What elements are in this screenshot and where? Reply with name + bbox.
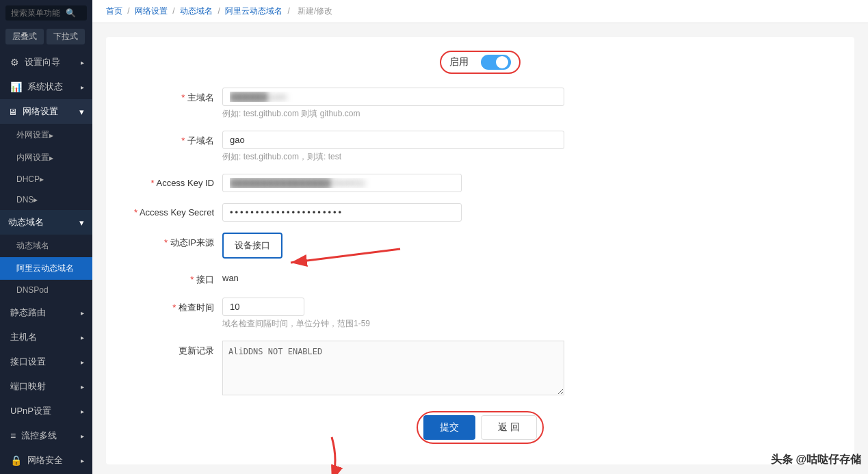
access-key-id-field	[222, 174, 827, 192]
sidebar-item-upnp[interactable]: UPnP设置 ▸	[0, 399, 92, 423]
interface-value: wan	[222, 269, 827, 287]
sidebar-sub-item-aliyun-ddns[interactable]: 阿里云动态域名	[0, 257, 92, 280]
sidebar-item-label: 网络安全	[27, 454, 63, 466]
subdomain-input[interactable]	[222, 131, 564, 149]
chevron-icon: ▾	[79, 107, 84, 117]
sidebar-item-port-mapping[interactable]: 端口映射 ▸	[0, 374, 92, 399]
sidebar-sub-item-dns[interactable]: DNS ▸	[0, 189, 92, 210]
sidebar-item-label: 动态域名	[8, 216, 44, 228]
update-log-field: AliDDNS NOT ENABLED	[222, 341, 827, 397]
ip-source-box[interactable]: 设备接口	[222, 233, 282, 259]
sidebar-item-label: UPnP设置	[10, 405, 51, 417]
status-icon: 📊	[10, 81, 22, 92]
sidebar-sub-item-ddns[interactable]: 动态域名	[0, 235, 92, 257]
dropdown-view-button[interactable]: 下拉式	[47, 29, 85, 44]
setup-icon: ⚙	[10, 57, 19, 68]
sidebar-sub-item-dnspod[interactable]: DNSPod	[0, 280, 92, 300]
sidebar-item-label: 网络设置	[23, 105, 58, 118]
search-bar[interactable]: 🔍	[5, 5, 87, 21]
access-key-secret-row: Access Key Secret	[133, 203, 827, 222]
sidebar-item-system-status[interactable]: 📊 系统状态 ▸	[0, 75, 92, 99]
domain-input[interactable]	[222, 88, 564, 106]
sidebar-item-interface[interactable]: 接口设置 ▸	[0, 350, 92, 374]
breadcrumb-aliyun-ddns[interactable]: 阿里云动态域名	[225, 6, 282, 16]
form-container: 启用 主域名 例如: test.github.com 则填 github.com…	[92, 23, 868, 474]
sidebar-item-static-routing[interactable]: 静态路由 ▸	[0, 300, 92, 325]
sidebar-item-hostname[interactable]: 主机名 ▸	[0, 325, 92, 350]
update-log-row: 更新记录 AliDDNS NOT ENABLED	[133, 341, 827, 397]
ip-source-label: 动态IP来源	[133, 233, 222, 249]
sidebar-sub-item-wan[interactable]: 外网设置 ▸	[0, 124, 92, 146]
network-icon: 🖥	[8, 107, 17, 117]
sidebar-item-qos[interactable]: ≡ 流控多线 ▸	[0, 423, 92, 448]
sidebar-sub-item-label: DHCP	[16, 174, 40, 184]
security-icon: 🔒	[10, 455, 22, 466]
access-key-id-row: Access Key ID	[133, 174, 827, 192]
access-key-secret-input[interactable]	[222, 203, 462, 222]
breadcrumb-ddns[interactable]: 动态域名	[180, 6, 213, 16]
interval-input[interactable]	[222, 298, 304, 316]
domain-field: 例如: test.github.com 则填 github.com	[222, 88, 827, 120]
sidebar-item-network-security[interactable]: 🔒 网络安全 ▸	[0, 448, 92, 473]
sidebar-item-network-settings[interactable]: 🖥 网络设置 ▾	[0, 99, 92, 124]
subdomain-field: 例如: test.github.com，则填: test	[222, 131, 827, 163]
watermark: 头条 @咕哒仔存储	[771, 453, 861, 467]
sidebar-sub-item-label: 内网设置	[16, 152, 49, 163]
chevron-icon: ▸	[49, 131, 53, 140]
subdomain-label: 子域名	[133, 131, 222, 147]
interface-row: 接口 wan	[133, 269, 827, 287]
enable-toggle[interactable]	[481, 55, 511, 70]
qos-icon: ≡	[10, 430, 16, 441]
submit-highlight: 提交 返 回	[417, 411, 544, 444]
domain-hint: 例如: test.github.com 则填 github.com	[222, 108, 827, 120]
access-key-secret-field	[222, 203, 827, 222]
chevron-icon: ▸	[81, 457, 84, 464]
chevron-icon: ▸	[81, 432, 84, 440]
enable-highlight: 启用	[440, 51, 521, 74]
sidebar-item-label: 接口设置	[10, 356, 46, 368]
breadcrumb-network[interactable]: 网络设置	[135, 6, 168, 16]
breadcrumb-home[interactable]: 首页	[106, 6, 122, 16]
access-key-id-label: Access Key ID	[133, 174, 222, 188]
main-content: 首页 / 网络设置 / 动态域名 / 阿里云动态域名 / 新建/修改 启用	[92, 0, 868, 474]
cancel-button[interactable]: 返 回	[481, 415, 537, 440]
chevron-icon: ▸	[81, 59, 84, 66]
access-key-secret-label: Access Key Secret	[133, 203, 222, 218]
ip-source-value: 设备接口	[235, 239, 270, 252]
sidebar: 🔍 层叠式 下拉式 ⚙ 设置向导 ▸ 📊 系统状态 ▸ 🖥 网络设置 ▾ 外网设…	[0, 0, 92, 474]
chevron-icon: ▸	[81, 408, 84, 415]
chevron-icon: ▸	[81, 83, 84, 91]
sidebar-sub-item-lan[interactable]: 内网设置 ▸	[0, 146, 92, 169]
view-toggle: 层叠式 下拉式	[0, 26, 92, 50]
breadcrumb: 首页 / 网络设置 / 动态域名 / 阿里云动态域名 / 新建/修改	[92, 0, 868, 23]
toggle-slider	[481, 55, 511, 70]
submit-button[interactable]: 提交	[423, 415, 475, 440]
sidebar-item-label: 主机名	[10, 331, 37, 343]
submit-row: 提交 返 回	[133, 411, 827, 444]
enable-row: 启用	[133, 51, 827, 74]
search-input[interactable]	[11, 8, 66, 18]
sidebar-sub-item-label: DNSPod	[16, 285, 49, 295]
sidebar-sub-item-label: 阿里云动态域名	[16, 263, 74, 274]
sidebar-item-setup-wizard[interactable]: ⚙ 设置向导 ▸	[0, 50, 92, 75]
interval-label: 检查时间	[133, 298, 222, 314]
interface-field: wan	[222, 269, 827, 287]
sidebar-sub-item-dhcp[interactable]: DHCP ▸	[0, 169, 92, 189]
access-key-id-input[interactable]	[222, 174, 462, 192]
layer-view-button[interactable]: 层叠式	[5, 29, 44, 44]
chevron-icon: ▸	[81, 358, 84, 366]
chevron-icon: ▸	[81, 309, 84, 317]
domain-row: 主域名 例如: test.github.com 则填 github.com	[133, 88, 827, 120]
sidebar-item-label: 端口映射	[10, 380, 46, 393]
breadcrumb-current: 新建/修改	[298, 6, 332, 16]
interval-field: 域名检查间隔时间，单位分钟，范围1-59	[222, 298, 827, 330]
chevron-icon: ▸	[81, 383, 84, 391]
chevron-icon: ▸	[34, 195, 38, 205]
update-log-textarea[interactable]: AliDDNS NOT ENABLED	[222, 341, 564, 395]
interval-hint: 域名检查间隔时间，单位分钟，范围1-59	[222, 318, 827, 330]
interval-row: 检查时间 域名检查间隔时间，单位分钟，范围1-59	[133, 298, 827, 330]
sidebar-item-ddns[interactable]: 动态域名 ▾	[0, 210, 92, 235]
sidebar-item-label: 系统状态	[27, 81, 63, 93]
sidebar-item-label: 流控多线	[21, 430, 57, 442]
enable-label: 启用	[449, 56, 469, 68]
